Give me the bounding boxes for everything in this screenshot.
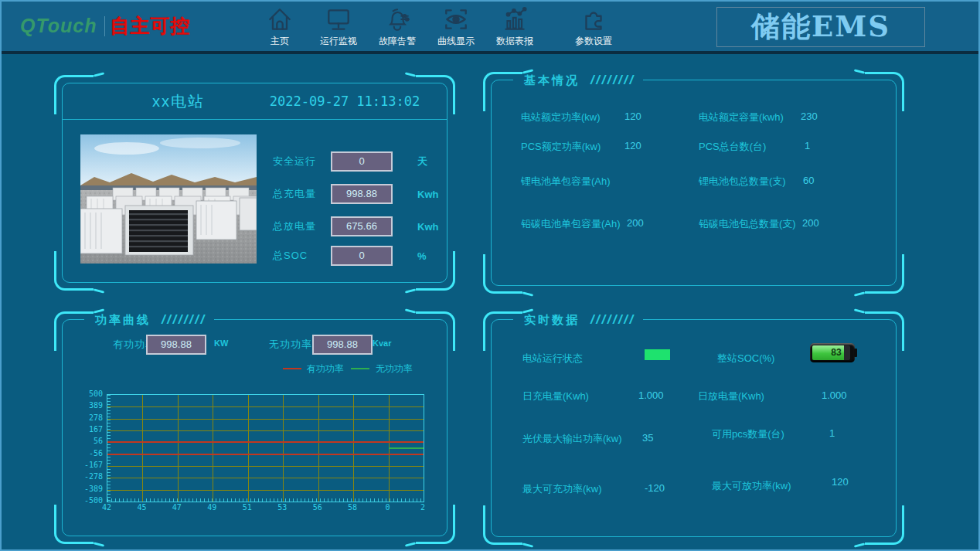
nav-label: 曲线显示 (430, 35, 482, 48)
nav-item-curve[interactable]: 曲线显示 (430, 3, 482, 48)
y-axis-minor-ticks (107, 395, 111, 502)
h-gridline (107, 466, 424, 467)
y-tick-label: 278 (89, 413, 103, 422)
nav-label: 运行监视 (312, 35, 365, 48)
basic-info-panel: 基本情况 //////// 电站额定功率(kw) 120 电站额定容量(kwh)… (491, 80, 897, 286)
v-gridline (283, 395, 284, 502)
total-soc-value[interactable]: 0 (331, 246, 393, 266)
corner-bracket (865, 505, 904, 545)
realtime-value: 35 (642, 432, 653, 444)
realtime-data-panel: 实时数据 //////// 电站运行状态 整站SOC(%) 83 日充电量(Kw… (491, 319, 897, 537)
h-gridline (107, 406, 424, 407)
field-unit: Kwh (417, 189, 438, 200)
corner-bracket (483, 254, 522, 294)
x-tick-label: 42 (102, 503, 111, 512)
reactive-power-value[interactable]: 998.88 (312, 335, 373, 355)
info-label: 铅碳电池包总数量(支) (699, 217, 796, 231)
chart-x-axis-labels: 424547495153565802 (107, 503, 423, 512)
station-status-indicator (645, 349, 670, 360)
total-charge-value[interactable]: 998.88 (331, 184, 393, 204)
y-tick-label: 500 (89, 389, 103, 398)
info-row: 锂电池单包容量(Ah) 锂电池包总数量(支) 60 (492, 175, 896, 190)
v-gridline (178, 395, 179, 502)
total-discharge-value[interactable]: 675.66 (331, 216, 393, 236)
nav-item-settings[interactable]: 参数设置 (567, 3, 620, 48)
field-label: 总SOC (273, 249, 331, 263)
field-unit: Kwh (417, 221, 438, 233)
x-tick-label: 49 (207, 503, 216, 512)
y-tick-label: -278 (84, 472, 103, 481)
reactive-power-label: 无功功率 (269, 338, 312, 352)
battery-fill: 83 (812, 345, 844, 360)
logo: QTouch 自主可控 (20, 13, 191, 39)
nav-item-report[interactable]: 数据表报 (488, 3, 541, 48)
station-datetime: 2022-09-27 11:13:02 (256, 83, 434, 119)
v-gridline (318, 395, 319, 502)
x-tick-label: 56 (313, 503, 322, 512)
h-gridline (107, 419, 424, 420)
nav-item-alarm[interactable]: 故障告警 (371, 3, 424, 48)
station-field-row: 安全运行 0 天 (273, 151, 427, 172)
info-row: 电站额定功率(kw) 120 电站额定容量(kwh) 230 (492, 111, 896, 126)
title-slashes-decoration: //////// (162, 312, 206, 328)
power-curve-panel: 功率曲线 //////// 有功功率 998.88 KW 无功功率 998.88… (62, 319, 447, 536)
x-tick-label: 45 (137, 503, 146, 512)
chart-y-axis-labels: 50038927816756-56-167-278-389-500 (73, 394, 103, 501)
nav-menu: 主页 运行监视 故障告警 (254, 3, 620, 48)
station-field-row: 总充电量 998.88 Kwh (273, 184, 438, 204)
h-gridline (107, 490, 424, 491)
x-tick-label: 51 (243, 503, 252, 512)
station-panel: xx电站 2022-09-27 11:13:02 (62, 83, 447, 283)
title-slashes-decoration: //////// (590, 73, 635, 88)
panel-title: 功率曲线 //////// (84, 311, 214, 328)
series-line-有功功率 (107, 454, 424, 455)
field-unit: 天 (417, 155, 427, 168)
info-value: 230 (801, 111, 818, 122)
nav-item-monitor[interactable]: 运行监视 (312, 3, 365, 48)
info-label: PCS额定功率(kw) (521, 140, 601, 154)
title-slashes-decoration: //////// (590, 312, 635, 328)
station-status-label: 电站运行状态 (522, 352, 583, 366)
active-power-value[interactable]: 998.88 (146, 335, 206, 355)
realtime-value: 1 (829, 427, 835, 439)
realtime-row: 电站运行状态 整站SOC(%) 83 (492, 347, 896, 370)
series-line-有功功率 (107, 441, 424, 443)
y-tick-label: -167 (84, 461, 103, 469)
legend-label-reactive: 无功功率 (376, 362, 413, 376)
x-tick-label: 47 (172, 503, 182, 512)
eye-icon (430, 5, 482, 34)
y-tick-label: -500 (84, 496, 103, 505)
v-gridline (213, 395, 213, 502)
realtime-label: 最大可放功率(kw) (712, 479, 791, 493)
station-field-row: 总放电量 675.66 Kwh (273, 216, 438, 236)
x-axis-minor-ticks (107, 498, 424, 502)
corner-bracket (54, 505, 94, 544)
battery-cap (854, 349, 857, 357)
panel-title: 实时数据 //////// (513, 311, 643, 328)
h-gridline (107, 430, 424, 431)
realtime-value: 1.000 (638, 389, 664, 401)
x-tick-label: 2 (420, 503, 425, 512)
nav-item-home[interactable]: 主页 (254, 3, 306, 48)
realtime-label: 日充电量(Kwh) (522, 389, 589, 403)
y-tick-label: -56 (89, 449, 103, 457)
field-unit: % (417, 250, 427, 262)
panel-title-text: 实时数据 (524, 313, 580, 328)
realtime-row: 光伏最大输出功率(kw) 35 可用pcs数量(台) 1 (492, 432, 896, 447)
h-gridline (107, 478, 424, 478)
v-gridline (248, 395, 249, 502)
realtime-row: 最大可充功率(kw) -120 最大可放功率(kw) 120 (492, 482, 896, 498)
monitor-icon (312, 5, 365, 34)
alarm-bell-icon (371, 5, 424, 34)
top-navbar: QTouch 自主可控 主页 运行监视 (0, 0, 980, 54)
safe-run-days-value[interactable]: 0 (331, 151, 393, 172)
legend-label-active: 有功功率 (307, 362, 344, 376)
corner-bracket (865, 72, 904, 111)
info-value: 60 (803, 175, 814, 186)
info-label: 锂电池包总数量(支) (699, 175, 786, 189)
nav-label: 故障告警 (371, 35, 424, 48)
reactive-power-unit: Kvar (373, 338, 391, 348)
home-icon (254, 5, 306, 34)
realtime-value: 120 (832, 476, 849, 488)
nav-label: 主页 (254, 35, 306, 48)
